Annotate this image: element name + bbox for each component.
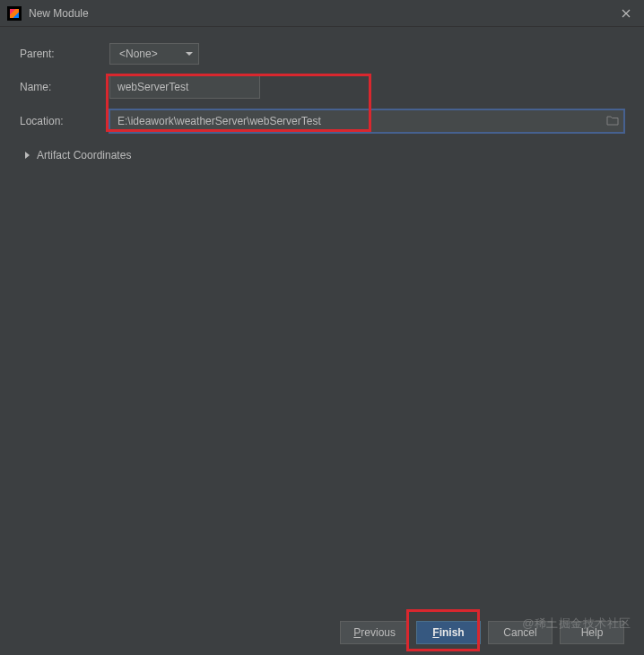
help-button[interactable]: Help: [560, 621, 624, 644]
close-icon: [622, 9, 631, 18]
location-input[interactable]: [109, 109, 624, 133]
location-row: Location:: [20, 109, 624, 133]
chevron-down-icon: [186, 52, 193, 56]
dialog-content: Parent: <None> Name: Location: Artifact …: [0, 27, 644, 178]
name-row: Name:: [20, 75, 624, 99]
cancel-button[interactable]: Cancel: [488, 621, 553, 644]
close-button[interactable]: [608, 0, 644, 27]
location-label: Location:: [20, 115, 109, 127]
previous-button[interactable]: Previous: [340, 621, 409, 644]
artifact-coordinates-toggle[interactable]: Artifact Coordinates: [20, 149, 624, 162]
name-input[interactable]: [109, 75, 260, 99]
window-title: New Module: [29, 7, 608, 20]
app-icon: [7, 6, 22, 21]
button-bar: Previous Finish Cancel Help: [340, 621, 624, 644]
artifact-label: Artifact Coordinates: [37, 149, 131, 162]
chevron-right-icon: [25, 152, 30, 159]
finish-button[interactable]: Finish: [416, 621, 481, 644]
name-label: Name:: [20, 81, 109, 93]
titlebar: New Module: [0, 0, 644, 27]
parent-row: Parent: <None>: [20, 43, 624, 65]
parent-label: Parent:: [20, 48, 109, 60]
parent-dropdown[interactable]: <None>: [109, 43, 199, 65]
parent-value: <None>: [119, 48, 158, 60]
